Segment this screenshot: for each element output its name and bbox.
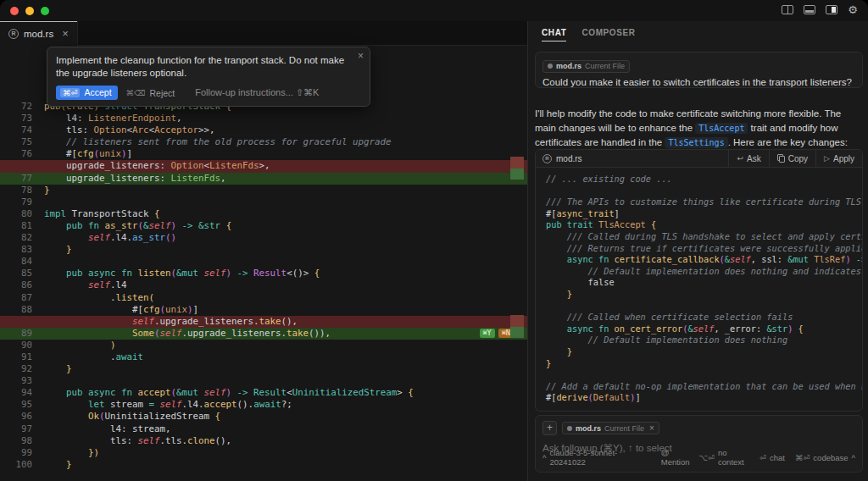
ask-button[interactable]: ↩Ask bbox=[728, 150, 768, 168]
submit-hint-codebase[interactable]: ⌘⏎codebase^ bbox=[795, 453, 855, 462]
code-token: { bbox=[651, 219, 656, 229]
code-token: > bbox=[397, 387, 408, 398]
line-number: 87 bbox=[0, 292, 32, 304]
chat-tab-composer[interactable]: COMPOSER bbox=[581, 28, 635, 41]
prompt-close-icon[interactable]: × bbox=[358, 50, 364, 62]
code-token: tls: bbox=[44, 124, 94, 135]
code-token: tls: bbox=[44, 435, 138, 446]
code-token: stream bbox=[110, 399, 143, 410]
line-number: 98 bbox=[0, 435, 32, 447]
code-token: } bbox=[546, 289, 572, 299]
line-number: 85 bbox=[0, 268, 32, 279]
code-line-text: }) bbox=[32, 447, 99, 459]
inline-ai-prompt: × Implement the cleanup function for the… bbox=[47, 47, 370, 107]
code-editor[interactable]: 72pub(crate) struct TransportStack {73 l… bbox=[0, 101, 527, 471]
code-line-text: .await bbox=[32, 351, 143, 363]
code-token: } bbox=[44, 459, 72, 470]
kbd-shortcut: ⌘⏎ bbox=[795, 453, 810, 462]
code-line: 100 } bbox=[0, 459, 527, 471]
gear-icon[interactable]: ⚙ bbox=[848, 4, 858, 15]
code-line-text: ) bbox=[32, 340, 116, 351]
reject-button[interactable]: ⌘⌫ Reject bbox=[126, 88, 175, 98]
file-dot-icon bbox=[548, 64, 553, 69]
code-line: false bbox=[546, 277, 862, 289]
code-token: await bbox=[116, 351, 144, 362]
code-token: Arc bbox=[132, 124, 149, 135]
action-label: Copy bbox=[788, 154, 808, 163]
user-message-text: Could you make it easier to switch certi… bbox=[542, 77, 855, 87]
code-line: 75 // listeners sent from the old proces… bbox=[0, 136, 527, 148]
code-line: 73 l4: ListenerEndpoint, bbox=[0, 113, 527, 124]
add-context-button[interactable]: + bbox=[542, 421, 557, 435]
code-line: // Add a default no-op implementation th… bbox=[546, 381, 862, 393]
minimize-window-icon[interactable] bbox=[25, 7, 34, 15]
code-token: >>, bbox=[198, 124, 215, 135]
line-number: 99 bbox=[0, 447, 32, 459]
code-token: unix bbox=[99, 148, 121, 159]
input-context-chip[interactable]: mod.rs Current File × bbox=[562, 422, 659, 434]
tab-mod-rs[interactable]: R mod.rs × bbox=[0, 21, 78, 46]
line-number: 90 bbox=[0, 340, 32, 351]
code-token: pub async fn bbox=[44, 387, 138, 398]
line-number: 95 bbox=[0, 399, 32, 411]
code-line: 86 self.l4 bbox=[0, 279, 527, 291]
code-token: self bbox=[132, 316, 154, 327]
chat-tab-chat[interactable]: CHAT bbox=[542, 28, 566, 41]
inline-code-chip: TlsSettings bbox=[665, 137, 727, 148]
code-token: take bbox=[287, 328, 309, 339]
apply-button[interactable]: ▷Apply bbox=[815, 150, 862, 168]
mention-button[interactable]: @ Mention bbox=[661, 448, 698, 467]
code-block-body: // ... existing code .../// The APIs to … bbox=[536, 168, 862, 404]
copy-button[interactable]: Copy bbox=[769, 150, 815, 168]
toggle-panel-icon[interactable] bbox=[804, 5, 815, 14]
diff-accept-badge[interactable]: ⌘Y bbox=[480, 329, 495, 338]
chip-close-icon[interactable]: × bbox=[649, 423, 654, 433]
code-token: .upgrade_listeners. bbox=[182, 328, 287, 339]
code-line: #[async_trait] bbox=[546, 208, 862, 220]
toggle-sidebar-right-icon[interactable] bbox=[826, 5, 837, 14]
submit-hint-chat[interactable]: ⏎chat bbox=[760, 453, 785, 462]
code-token: -> bbox=[231, 387, 253, 398]
code-token: // Default implementation does nothing bbox=[546, 334, 787, 345]
code-line-text: Some(self.upgrade_listeners.take()), bbox=[32, 328, 331, 340]
code-token: #[ bbox=[546, 208, 556, 218]
main-area: R mod.rs × × Implement the cleanup funct… bbox=[0, 21, 868, 481]
zoom-window-icon[interactable] bbox=[41, 7, 49, 15]
code-line-text: // listeners sent from the old process f… bbox=[32, 136, 392, 148]
code-token: .tls. bbox=[160, 435, 188, 446]
code-token: unix bbox=[165, 304, 187, 315]
tab-label: mod.rs bbox=[24, 29, 53, 39]
kbd-shortcut: ⌥⏎ bbox=[698, 453, 715, 462]
chat-input-box[interactable]: + mod.rs Current File × Ask followup (⌘Y… bbox=[535, 415, 863, 473]
accept-button[interactable]: ⌘⏎ Accept bbox=[56, 86, 118, 100]
line-number: 96 bbox=[0, 411, 32, 423]
code-line-text: } bbox=[32, 459, 72, 471]
code-token: UninitializedStream bbox=[105, 411, 215, 422]
split-editor-icon[interactable] bbox=[782, 5, 793, 14]
code-line: /// Called during TLS handshake to selec… bbox=[546, 231, 862, 243]
code-line-text: tls: Option<Arc<Acceptor>>, bbox=[32, 124, 215, 136]
submit-hint-no-context[interactable]: ⌥⏎no context bbox=[698, 448, 749, 467]
titlebar-actions: ⚙ bbox=[782, 4, 858, 15]
code-token: }) bbox=[44, 447, 99, 458]
followup-instructions-input[interactable]: Follow-up instructions... ⇧⌘K bbox=[195, 87, 319, 98]
line-number: 93 bbox=[0, 375, 32, 387]
close-window-icon[interactable] bbox=[10, 7, 19, 15]
code-token: &mut bbox=[176, 268, 204, 279]
followup-placeholder: Follow-up instructions... bbox=[195, 87, 293, 97]
hint-label: chat bbox=[770, 453, 785, 462]
code-line: 96 Ok(UninitializedStream { bbox=[0, 411, 527, 423]
code-token: Default bbox=[593, 392, 630, 402]
model-selector[interactable]: ^ claude-3-5-sonnet-20241022 bbox=[542, 448, 649, 467]
code-token bbox=[44, 328, 132, 339]
code-line-text: self.l4 bbox=[32, 279, 127, 291]
code-token: -> bbox=[851, 254, 862, 264]
code-token bbox=[44, 279, 88, 290]
tab-close-icon[interactable]: × bbox=[62, 27, 69, 40]
context-chip[interactable]: mod.rs Current File bbox=[542, 60, 630, 73]
code-line: 85 pub async fn listen(&mut self) -> Res… bbox=[0, 268, 527, 279]
code-line-text: pub async fn listen(&mut self) -> Result… bbox=[32, 268, 320, 279]
code-token: Option bbox=[94, 124, 127, 135]
code-line: 84 bbox=[0, 256, 527, 268]
code-line: 74 tls: Option<Arc<Acceptor>>, bbox=[0, 124, 527, 136]
